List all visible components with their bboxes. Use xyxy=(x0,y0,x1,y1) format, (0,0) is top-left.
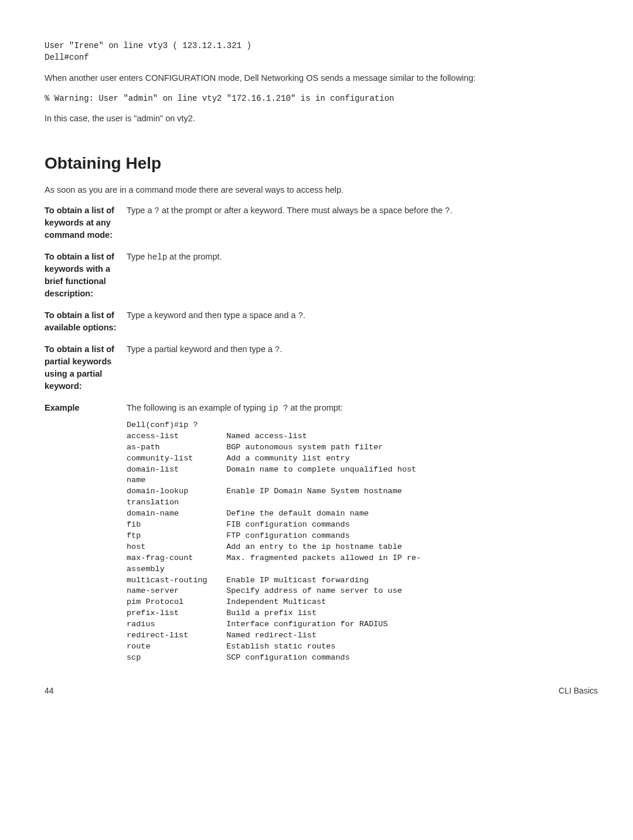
term-partial: To obtain a list of partial keywords usi… xyxy=(45,343,127,392)
def-partial: Type a partial keyword and then type a ?… xyxy=(127,343,598,356)
code-block-warning: % Warning: User "admin" on line vty2 "17… xyxy=(45,93,598,104)
help-row-options: To obtain a list of available options: T… xyxy=(45,309,598,334)
mono-ip: ip ? xyxy=(268,404,288,413)
intro-paragraph: As soon as you are in a command mode the… xyxy=(45,184,598,196)
help-row-example: Example The following is an example of t… xyxy=(45,402,598,664)
help-row-brief-desc: To obtain a list of keywords with a brie… xyxy=(45,251,598,300)
term-brief-desc: To obtain a list of keywords with a brie… xyxy=(45,251,127,300)
mono-question: ? xyxy=(298,311,303,320)
example-output: Dell(conf)#ip ? access-list Named access… xyxy=(127,420,598,664)
def-keywords-mode: Type a ? at the prompt or after a keywor… xyxy=(127,204,598,217)
help-row-partial: To obtain a list of partial keywords usi… xyxy=(45,343,598,392)
section-heading: Obtaining Help xyxy=(45,152,598,176)
term-keywords-mode: To obtain a list of keywords at any comm… xyxy=(45,204,127,241)
mono-help: help xyxy=(147,252,167,262)
term-options: To obtain a list of available options: xyxy=(45,309,127,334)
def-options: Type a keyword and then type a space and… xyxy=(127,309,598,322)
paragraph-config-mode: When another user enters CONFIGURATION m… xyxy=(45,72,598,84)
footer-title: CLI Basics xyxy=(559,685,598,696)
def-brief-desc: Type help at the prompt. xyxy=(127,251,598,263)
code-block-user-line: User "Irene" on line vty3 ( 123.12.1.321… xyxy=(45,40,598,64)
mono-question: ? xyxy=(275,345,280,354)
page-number: 44 xyxy=(45,685,54,696)
mono-question: ? xyxy=(155,206,159,216)
help-row-keywords-mode: To obtain a list of keywords at any comm… xyxy=(45,204,598,241)
paragraph-admin-note: In this case, the user is "admin" on vty… xyxy=(45,112,598,125)
term-example: Example xyxy=(45,402,127,414)
mono-question: ? xyxy=(445,206,450,216)
page-footer: 44 CLI Basics xyxy=(45,685,598,696)
def-example: The following is an example of typing ip… xyxy=(127,402,598,664)
